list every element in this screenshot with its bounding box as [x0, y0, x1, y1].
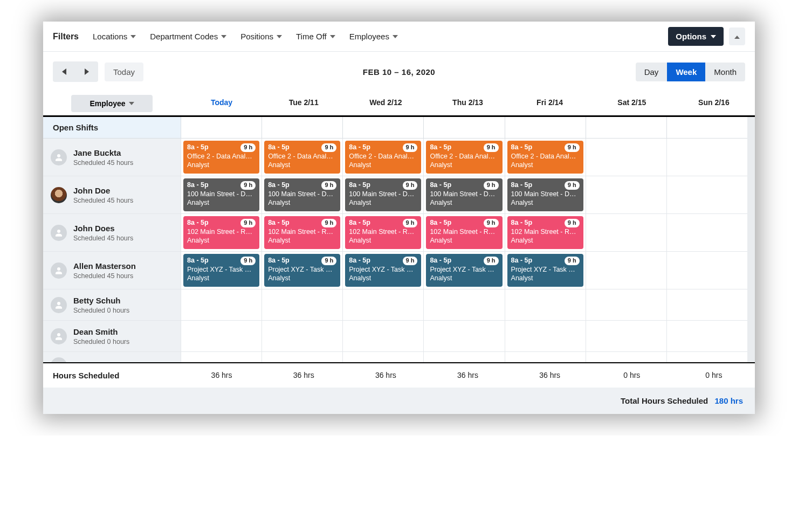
schedule-cell[interactable] — [181, 289, 262, 320]
schedule-cell[interactable] — [666, 289, 747, 320]
shift-block[interactable]: 8a - 5p9 h102 Main Street - R…Analyst — [345, 216, 421, 249]
shift-block[interactable]: 8a - 5p9 h100 Main Street - D…Analyst — [507, 178, 583, 211]
view-week-button[interactable]: Week — [667, 63, 705, 81]
schedule-cell[interactable]: 8a - 5p9 h102 Main Street - R…Analyst — [262, 214, 342, 251]
schedule-cell[interactable] — [586, 289, 666, 320]
prev-week-button[interactable] — [53, 61, 75, 82]
schedule-cell[interactable] — [423, 321, 504, 351]
schedule-cell[interactable]: 8a - 5p9 hProject XYZ - Task …Analyst — [181, 252, 262, 289]
day-header[interactable]: Wed 2/12 — [345, 92, 426, 115]
schedule-cell[interactable] — [586, 139, 666, 176]
schedule-cell[interactable]: 8a - 5p9 h102 Main Street - R…Analyst — [181, 214, 262, 251]
schedule-cell[interactable]: 8a - 5p9 h100 Main Street - D…Analyst — [423, 176, 504, 213]
shift-block[interactable]: 8a - 5p9 h102 Main Street - R…Analyst — [183, 216, 259, 249]
shift-block[interactable]: 8a - 5p9 hProject XYZ - Task …Analyst — [345, 254, 421, 287]
employee-cell[interactable]: John DoesScheduled 45 hours — [43, 214, 181, 251]
employee-cell[interactable]: John Smith — [43, 352, 181, 362]
options-button[interactable]: Options — [668, 27, 724, 46]
schedule-cell[interactable] — [505, 352, 586, 362]
shift-block[interactable]: 8a - 5p9 hProject XYZ - Task …Analyst — [507, 254, 583, 287]
shift-block[interactable]: 8a - 5p9 h100 Main Street - D…Analyst — [183, 178, 259, 211]
schedule-cell[interactable] — [586, 176, 666, 213]
shift-block[interactable]: 8a - 5p9 hOffice 2 - Data Anal…Analyst — [264, 141, 340, 174]
schedule-cell[interactable] — [586, 321, 666, 351]
shift-block[interactable]: 8a - 5p9 h102 Main Street - R…Analyst — [507, 216, 583, 249]
schedule-cell[interactable] — [586, 214, 666, 251]
today-button[interactable]: Today — [105, 63, 143, 81]
schedule-cell[interactable]: 8a - 5p9 hOffice 2 - Data Anal…Analyst — [262, 139, 342, 176]
employee-cell[interactable]: John DoeScheduled 45 hours — [43, 176, 181, 213]
shift-block[interactable]: 8a - 5p9 hOffice 2 - Data Anal…Analyst — [426, 141, 502, 174]
shift-block[interactable]: 8a - 5p9 hOffice 2 - Data Anal…Analyst — [345, 141, 421, 174]
employee-cell[interactable]: Betty SchuhScheduled 0 hours — [43, 289, 181, 320]
schedule-cell[interactable]: 8a - 5p9 hOffice 2 - Data Anal…Analyst — [423, 139, 504, 176]
shift-block[interactable]: 8a - 5p9 hProject XYZ - Task …Analyst — [426, 254, 502, 287]
shift-block[interactable]: 8a - 5p9 hProject XYZ - Task …Analyst — [264, 254, 340, 287]
shift-block[interactable]: 8a - 5p9 h102 Main Street - R…Analyst — [264, 216, 340, 249]
schedule-cell[interactable] — [181, 321, 262, 351]
schedule-cell[interactable] — [666, 176, 747, 213]
schedule-cell[interactable]: 8a - 5p9 hOffice 2 - Data Anal…Analyst — [505, 139, 586, 176]
schedule-cell[interactable]: 8a - 5p9 hOffice 2 - Data Anal…Analyst — [181, 139, 262, 176]
schedule-cell[interactable]: 8a - 5p9 hOffice 2 - Data Anal…Analyst — [342, 139, 423, 176]
filter-locations[interactable]: Locations — [93, 32, 136, 41]
schedule-cell[interactable] — [262, 289, 342, 320]
day-header[interactable]: Thu 2/13 — [426, 92, 508, 115]
day-header[interactable]: Tue 2/11 — [263, 92, 345, 115]
day-header[interactable]: Fri 2/14 — [509, 92, 591, 115]
next-week-button[interactable] — [75, 61, 98, 82]
schedule-cell[interactable] — [342, 289, 423, 320]
employee-cell[interactable]: Dean SmithScheduled 0 hours — [43, 321, 181, 351]
schedule-cell[interactable] — [262, 321, 342, 351]
schedule-cell[interactable] — [666, 252, 747, 289]
day-header[interactable]: Sun 2/16 — [673, 92, 755, 115]
schedule-cell[interactable] — [342, 321, 423, 351]
scrollbar-thumb[interactable] — [747, 117, 755, 241]
shift-block[interactable]: 8a - 5p9 h100 Main Street - D…Analyst — [426, 178, 502, 211]
collapse-button[interactable] — [729, 27, 745, 45]
day-header[interactable]: Today — [181, 92, 263, 115]
schedule-cell[interactable] — [666, 139, 747, 176]
schedule-cell[interactable]: 8a - 5p9 h100 Main Street - D…Analyst — [262, 176, 342, 213]
schedule-cell[interactable]: 8a - 5p9 h100 Main Street - D…Analyst — [181, 176, 262, 213]
employee-dropdown[interactable]: Employee — [71, 95, 152, 112]
filter-positions[interactable]: Positions — [240, 32, 282, 41]
schedule-cell[interactable]: 8a - 5p9 h102 Main Street - R…Analyst — [342, 214, 423, 251]
day-header[interactable]: Sat 2/15 — [591, 92, 673, 115]
filter-time-off[interactable]: Time Off — [296, 32, 335, 41]
schedule-cell[interactable]: 8a - 5p9 h100 Main Street - D…Analyst — [342, 176, 423, 213]
filter-employees[interactable]: Employees — [349, 32, 398, 41]
schedule-cell[interactable] — [505, 321, 586, 351]
schedule-cell[interactable] — [586, 352, 666, 362]
schedule-cell[interactable] — [342, 352, 423, 362]
shift-block[interactable]: 8a - 5p9 hProject XYZ - Task …Analyst — [183, 254, 259, 287]
shift-block[interactable]: 8a - 5p9 hOffice 2 - Data Anal…Analyst — [507, 141, 583, 174]
schedule-cell[interactable]: 8a - 5p9 h102 Main Street - R…Analyst — [423, 214, 504, 251]
schedule-cell[interactable] — [586, 252, 666, 289]
schedule-body[interactable]: Open Shifts Jane BucktaScheduled 45 hour… — [43, 117, 755, 362]
view-month-button[interactable]: Month — [705, 63, 745, 81]
shift-block[interactable]: 8a - 5p9 h100 Main Street - D…Analyst — [345, 178, 421, 211]
schedule-cell[interactable]: 8a - 5p9 hProject XYZ - Task …Analyst — [262, 252, 342, 289]
schedule-cell[interactable]: 8a - 5p9 h102 Main Street - R…Analyst — [505, 214, 586, 251]
schedule-cell[interactable]: 8a - 5p9 hProject XYZ - Task …Analyst — [342, 252, 423, 289]
schedule-cell[interactable] — [666, 214, 747, 251]
schedule-cell[interactable] — [181, 352, 262, 362]
shift-block[interactable]: 8a - 5p9 h100 Main Street - D…Analyst — [264, 178, 340, 211]
view-day-button[interactable]: Day — [636, 63, 668, 81]
schedule-cell[interactable]: 8a - 5p9 hProject XYZ - Task …Analyst — [505, 252, 586, 289]
schedule-cell[interactable]: 8a - 5p9 hProject XYZ - Task …Analyst — [423, 252, 504, 289]
schedule-cell[interactable] — [666, 321, 747, 351]
schedule-cell[interactable] — [423, 352, 504, 362]
schedule-cell[interactable] — [423, 289, 504, 320]
filter-department-codes[interactable]: Department Codes — [150, 32, 226, 41]
employee-cell[interactable]: Allen MastersonScheduled 45 hours — [43, 252, 181, 289]
schedule-cell[interactable]: 8a - 5p9 h100 Main Street - D…Analyst — [505, 176, 586, 213]
shift-block[interactable]: 8a - 5p9 h102 Main Street - R…Analyst — [426, 216, 502, 249]
schedule-cell[interactable] — [505, 289, 586, 320]
schedule-cell[interactable] — [666, 352, 747, 362]
schedule-cell[interactable] — [262, 352, 342, 362]
scrollbar-down-icon[interactable] — [747, 356, 755, 361]
shift-block[interactable]: 8a - 5p9 hOffice 2 - Data Anal…Analyst — [183, 141, 259, 174]
employee-cell[interactable]: Jane BucktaScheduled 45 hours — [43, 139, 181, 176]
